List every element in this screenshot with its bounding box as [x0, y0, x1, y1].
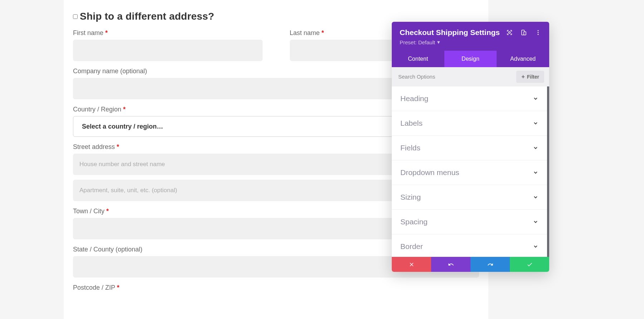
chevron-down-icon [533, 194, 538, 200]
required-star: * [117, 284, 119, 291]
check-icon [527, 261, 533, 268]
shipping-heading: Ship to a different address? [80, 11, 214, 22]
responsive-icon[interactable] [521, 29, 527, 36]
panel-footer [392, 257, 549, 272]
required-star: * [117, 143, 119, 150]
search-row: + Filter [392, 67, 549, 86]
section-sizing[interactable]: Sizing [392, 185, 547, 210]
settings-panel: Checkout Shipping Settings Preset: Defau… [392, 22, 549, 272]
redo-button[interactable] [470, 257, 510, 272]
preset-dropdown[interactable]: Preset: Default ▾ [400, 39, 440, 45]
close-icon [409, 261, 415, 268]
chevron-down-icon [533, 145, 538, 151]
chevron-down-icon [533, 96, 538, 101]
svg-point-5 [538, 34, 539, 35]
panel-sections[interactable]: Heading Labels Fields Dropdown menus Siz… [392, 86, 549, 257]
postcode-label: Postcode / ZIP * [73, 284, 479, 291]
shipping-heading-row: Ship to a different address? [73, 11, 479, 22]
ship-different-address-checkbox[interactable] [73, 14, 78, 19]
redo-icon [487, 261, 493, 268]
confirm-button[interactable] [510, 257, 549, 272]
panel-title: Checkout Shipping Settings [400, 28, 500, 37]
required-star: * [123, 106, 126, 113]
chevron-down-icon [533, 170, 538, 175]
panel-header: Checkout Shipping Settings Preset: Defau… [392, 22, 549, 51]
svg-point-4 [538, 32, 539, 33]
chevron-down-icon [533, 244, 538, 249]
first-name-label: First name * [73, 29, 263, 37]
required-star: * [105, 29, 108, 36]
svg-rect-2 [524, 32, 526, 35]
cancel-button[interactable] [392, 257, 431, 272]
tab-content[interactable]: Content [392, 51, 444, 67]
section-heading[interactable]: Heading [392, 86, 547, 111]
svg-rect-0 [509, 32, 511, 34]
chevron-down-icon [533, 219, 538, 225]
section-dropdown[interactable]: Dropdown menus [392, 160, 547, 185]
required-star: * [106, 208, 109, 215]
chevron-down-icon [533, 120, 538, 126]
section-fields[interactable]: Fields [392, 136, 547, 160]
svg-point-3 [538, 30, 539, 31]
search-input[interactable] [397, 71, 516, 82]
tab-advanced[interactable]: Advanced [497, 51, 549, 67]
section-labels[interactable]: Labels [392, 111, 547, 136]
expand-icon[interactable] [506, 29, 513, 36]
more-icon[interactable] [535, 29, 541, 36]
section-border[interactable]: Border [392, 234, 547, 257]
first-name-field[interactable] [73, 40, 263, 61]
plus-icon: + [521, 74, 525, 80]
caret-down-icon: ▾ [437, 39, 440, 45]
required-star: * [322, 29, 324, 36]
undo-icon [448, 261, 454, 268]
filter-button[interactable]: + Filter [516, 71, 544, 83]
section-spacing[interactable]: Spacing [392, 210, 547, 234]
tab-design[interactable]: Design [444, 51, 497, 67]
undo-button[interactable] [431, 257, 470, 272]
panel-tabs: Content Design Advanced [392, 51, 549, 67]
